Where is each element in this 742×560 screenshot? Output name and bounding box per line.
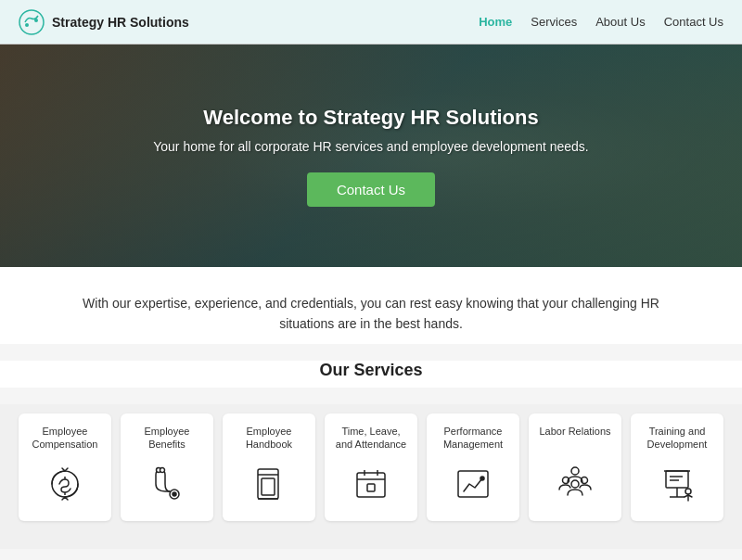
nav-services[interactable]: Services [531, 15, 577, 29]
service-card-training[interactable]: Training and Development [631, 414, 723, 521]
service-label-benefits: Employee Benefits [128, 425, 206, 454]
service-card-performance[interactable]: Performance Management [427, 414, 519, 521]
nav-home[interactable]: Home [479, 15, 512, 29]
svg-rect-14 [357, 473, 385, 497]
nav-about[interactable]: About Us [595, 15, 645, 29]
service-label-labor: Labor Relations [539, 425, 610, 454]
chart-icon [449, 460, 497, 508]
svg-point-9 [160, 467, 165, 472]
header: Strategy HR Solutions Home Services Abou… [0, 0, 742, 45]
tagline-text: With our expertise, experience, and cred… [56, 293, 686, 335]
services-grid: Employee Compensation Employee Benefits [19, 414, 723, 521]
service-card-labor[interactable]: Labor Relations [529, 414, 621, 521]
service-label-performance: Performance Management [434, 425, 512, 454]
hero-cta-button[interactable]: Contact Us [307, 172, 435, 207]
service-label-training: Training and Development [638, 425, 716, 454]
service-card-benefits[interactable]: Employee Benefits [121, 414, 213, 521]
hero-title: Welcome to Strategy HR Solutions [153, 106, 589, 130]
book-icon [245, 460, 293, 508]
nav-contact[interactable]: Contact Us [664, 15, 723, 29]
hero-subtitle: Your home for all corporate HR services … [153, 139, 589, 154]
hero-section: Welcome to Strategy HR Solutions Your ho… [0, 45, 742, 267]
people-icon [551, 460, 599, 508]
services-heading: Our Services [0, 361, 742, 388]
calendar-icon [347, 460, 395, 508]
training-icon [653, 460, 701, 508]
svg-rect-18 [367, 484, 375, 491]
hero-content: Welcome to Strategy HR Solutions Your ho… [134, 87, 608, 225]
tagline-section: With our expertise, experience, and cred… [0, 267, 742, 344]
service-card-handbook[interactable]: Employee Handbook [223, 414, 315, 521]
main-nav: Home Services About Us Contact Us [479, 15, 723, 29]
service-card-time[interactable]: Time, Leave, and Attendance [325, 414, 417, 521]
svg-point-21 [571, 467, 579, 475]
logo-icon [19, 9, 45, 35]
svg-rect-25 [666, 471, 688, 488]
svg-point-20 [480, 477, 484, 480]
svg-point-0 [19, 10, 44, 34]
svg-point-29 [685, 489, 691, 494]
logo-area: Strategy HR Solutions [19, 9, 189, 35]
service-label-handbook: Employee Handbook [230, 425, 308, 454]
service-card-compensation[interactable]: Employee Compensation [19, 414, 111, 521]
services-section: Employee Compensation Employee Benefits [0, 404, 742, 549]
logo-text: Strategy HR Solutions [52, 15, 189, 30]
service-label-compensation: Employee Compensation [26, 425, 104, 454]
service-label-time: Time, Leave, and Attendance [332, 425, 410, 454]
svg-rect-19 [458, 471, 488, 497]
svg-rect-12 [262, 478, 275, 495]
svg-point-24 [571, 480, 579, 488]
money-cycle-icon [41, 460, 89, 508]
svg-point-7 [173, 492, 176, 496]
svg-point-2 [34, 19, 38, 22]
svg-point-1 [25, 23, 29, 27]
stethoscope-icon [143, 460, 191, 508]
